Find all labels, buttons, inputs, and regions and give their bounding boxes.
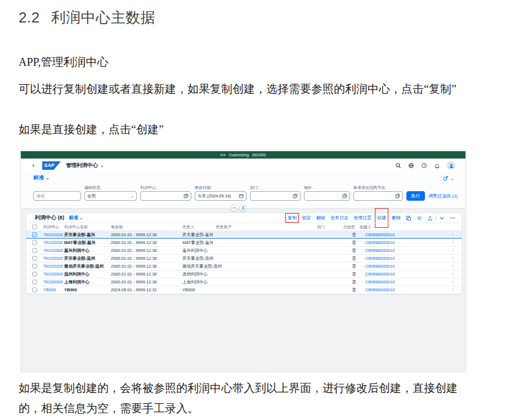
cell-person: 开关事业部-嘉兴 [182, 231, 213, 238]
search-icon[interactable] [73, 193, 78, 198]
column-header[interactable]: 负责用户 [216, 223, 231, 231]
column-header[interactable]: 部门 [317, 223, 325, 231]
action-lock[interactable]: 锁定 [302, 215, 311, 221]
page-variant[interactable]: 标准⌄ [33, 174, 50, 182]
chevron-right-icon[interactable]: › [452, 247, 454, 254]
avatar[interactable] [447, 161, 455, 170]
cell-profit-center[interactable]: TK010100 [43, 231, 63, 238]
heading-text: 利润中心主数据 [51, 9, 156, 26]
row-checkbox[interactable] [32, 248, 37, 253]
table-row[interactable]: TK020300温州利润中心2000.01.01 - 9999.12.30温州利… [26, 270, 462, 278]
table-row[interactable]: TK020100开关事业部-温州2000.01.01 - 9999.12.30开… [26, 255, 462, 263]
cell-profit-center[interactable]: TK010200 [43, 239, 63, 246]
row-checkbox-checked[interactable] [32, 232, 37, 237]
column-header[interactable]: 利润中心 [43, 223, 59, 231]
table-row[interactable]: TK030300上海利润中心2000.01.01 - 9999.12.30上海利… [26, 278, 462, 286]
adapt-filters-link[interactable]: 调整过滤器 (1) [428, 193, 458, 199]
column-header[interactable]: 有效期 [111, 223, 123, 231]
search-input[interactable]: 搜索 [33, 191, 81, 201]
settings-icon[interactable] [417, 215, 422, 221]
table-variant[interactable]: 标准⌄ [69, 215, 83, 222]
column-header[interactable]: 负责人 [182, 223, 194, 231]
search-icon[interactable] [395, 162, 401, 169]
table-row[interactable]: TK010100开关事业部-嘉兴2000.01.01 - 9999.12.30开… [26, 231, 462, 239]
paste-icon[interactable] [406, 215, 411, 221]
sap-logo: SAP [42, 161, 61, 170]
row-checkbox[interactable] [32, 279, 37, 284]
cell-created-by[interactable]: CB9980000010 [365, 231, 395, 238]
go-button[interactable]: 执行 [406, 191, 425, 201]
pin-header-button[interactable] [239, 204, 247, 211]
column-header[interactable]: 已锁定 [343, 223, 355, 231]
filter-input[interactable] [353, 191, 403, 201]
cell-created-by[interactable]: CB9980000010 [365, 286, 395, 293]
overflow-icon[interactable]: ⋯ [450, 215, 456, 221]
chevron-right-icon[interactable]: › [452, 278, 454, 286]
filter-input[interactable] [140, 191, 191, 201]
action-copy[interactable]: 复制 [285, 213, 299, 223]
calendar-icon[interactable] [239, 193, 244, 198]
cell-created-by[interactable]: CB9980000010 [365, 263, 395, 270]
share-button[interactable]: ⌄ [443, 175, 454, 181]
cell-name: 温州利润中心 [64, 270, 89, 278]
app-title[interactable]: 管理利润中心⌄ [66, 162, 104, 169]
cell-profit-center[interactable]: TK020100 [43, 255, 63, 262]
column-header[interactable]: 创建人 [360, 223, 371, 231]
row-checkbox[interactable] [32, 256, 37, 261]
table-row[interactable]: TK010300嘉兴利润中心2000.01.01 - 9999.12.30嘉兴利… [26, 247, 462, 255]
filter-input[interactable]: 全部⌄ [84, 191, 137, 201]
cell-created-by[interactable]: CB9980000010 [365, 278, 395, 286]
chevron-right-icon[interactable]: › [452, 255, 454, 262]
cell-profit-center[interactable]: YB900 [43, 286, 56, 293]
chevron-right-icon[interactable]: › [452, 231, 454, 238]
cell-name: 上海利润中心 [64, 278, 89, 286]
cell-name: 嘉兴利润中心 [64, 247, 89, 254]
assistant-icon[interactable] [408, 162, 414, 169]
chevron-right-icon[interactable]: › [452, 286, 454, 293]
value-help-icon[interactable] [395, 193, 400, 198]
cell-profit-center[interactable]: TK020300 [43, 270, 63, 278]
chevron-right-icon[interactable]: › [452, 263, 454, 270]
search-field[interactable]: 搜索 [33, 185, 81, 201]
row-checkbox[interactable] [32, 240, 37, 245]
row-checkbox[interactable] [32, 272, 37, 277]
action-unlock[interactable]: 解锁 [316, 215, 325, 221]
value-help-icon[interactable] [183, 193, 189, 198]
cell-created-by[interactable]: CB9980000010 [365, 239, 395, 246]
cell-created-by[interactable]: CB9980000010 [365, 247, 395, 254]
select-all-checkbox[interactable] [32, 224, 37, 229]
cell-created-by[interactable]: CB9980000010 [365, 270, 395, 278]
action-delete[interactable]: 删除 [392, 215, 401, 221]
cell-validity: 2000.01.01 - 9999.12.30 [111, 255, 157, 262]
back-icon[interactable]: ‹ [32, 160, 34, 170]
table-row[interactable]: TK020200微动开关事业部-温州2000.01.01 - 9999.12.3… [26, 263, 462, 270]
action-where-used[interactable]: 使用位置 [353, 215, 371, 221]
cell-created-by[interactable]: CB9980000010 [365, 255, 395, 262]
filter-input[interactable] [250, 191, 301, 201]
chevron-down-icon: ⌄ [131, 194, 134, 198]
cell-profit-center[interactable]: TK010300 [43, 247, 63, 254]
cell-locked: 否 [352, 231, 356, 238]
search-label-spacer [33, 185, 81, 190]
column-header[interactable]: 利润中心名称 [64, 223, 88, 231]
collapse-header-button[interactable] [230, 204, 238, 211]
filter-input[interactable] [304, 191, 350, 201]
chevron-right-icon[interactable]: › [452, 270, 454, 278]
export-icon[interactable] [427, 215, 433, 221]
chevron-right-icon[interactable]: › [452, 239, 454, 246]
table-row[interactable]: TK010200MAT事业部-嘉兴2000.01.01 - 9999.12.30… [26, 239, 462, 247]
cell-name: YB900 [64, 286, 77, 293]
chevron-down-icon[interactable] [439, 215, 445, 221]
row-checkbox[interactable] [32, 287, 37, 292]
shell-header: ‹ SAP 管理利润中心⌄ ? [21, 159, 465, 173]
cell-profit-center[interactable]: TK020200 [43, 263, 63, 270]
table-row[interactable]: YB900YB9002024.05.01 - 9999.12.31YB900否C… [26, 286, 462, 294]
row-checkbox[interactable] [32, 264, 37, 269]
help-icon[interactable]: ? [421, 162, 427, 169]
action-change-log[interactable]: 变更日志 [330, 215, 348, 221]
value-help-icon[interactable] [342, 193, 347, 198]
cell-profit-center[interactable]: TK030300 [43, 278, 63, 286]
bell-icon[interactable] [434, 162, 440, 169]
value-help-icon[interactable] [293, 193, 298, 198]
filter-input[interactable]: 今天 (2024.05.16) [195, 191, 247, 201]
